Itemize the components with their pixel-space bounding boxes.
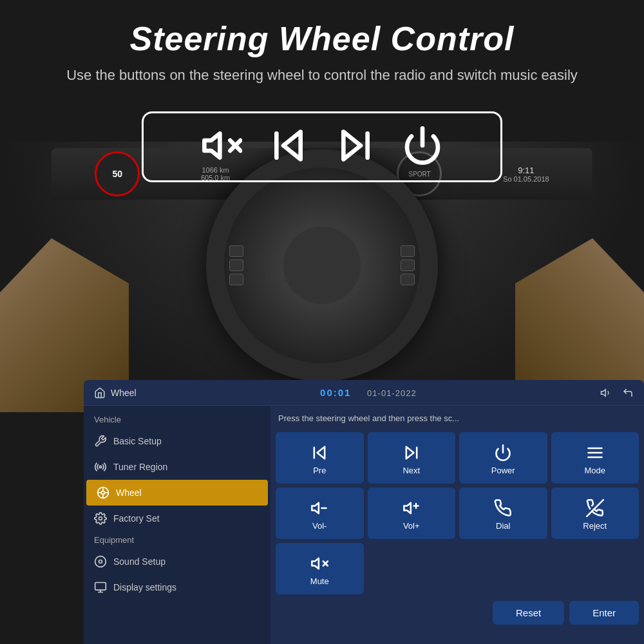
svg-point-9 bbox=[99, 466, 101, 468]
pre-button[interactable]: Pre bbox=[276, 432, 364, 484]
radio-icon bbox=[94, 460, 107, 473]
wheel-icon bbox=[97, 486, 109, 499]
svg-marker-24 bbox=[406, 446, 414, 459]
reject-label: Reject bbox=[583, 521, 607, 531]
sound-icon bbox=[94, 555, 107, 568]
back-icon[interactable] bbox=[622, 387, 634, 399]
display-icon bbox=[94, 581, 107, 594]
vol-minus-label: Vol- bbox=[312, 521, 327, 531]
vol-minus-button[interactable]: Vol- bbox=[276, 488, 364, 539]
page-subtitle: Use the buttons on the steering wheel to… bbox=[39, 66, 605, 86]
phone-off-icon bbox=[586, 499, 604, 517]
power-button[interactable]: Power bbox=[459, 432, 547, 484]
sidebar-item-sound-setup[interactable]: Sound Setup bbox=[84, 549, 270, 574]
sidebar-item-factory-set[interactable]: Factory Set bbox=[84, 506, 270, 531]
power-label: Power bbox=[491, 466, 515, 475]
volume-icon bbox=[600, 387, 612, 399]
svg-point-17 bbox=[95, 556, 106, 567]
mute-label: Mute bbox=[310, 576, 329, 586]
vol-plus-icon bbox=[402, 499, 421, 517]
next-button[interactable]: Next bbox=[368, 432, 456, 484]
panel-section-label: Wheel bbox=[111, 388, 137, 398]
sidebar-item-wheel[interactable]: Wheel bbox=[86, 480, 268, 506]
svg-marker-32 bbox=[404, 502, 411, 513]
svg-marker-3 bbox=[283, 131, 301, 159]
vol-plus-button[interactable]: Vol+ bbox=[368, 488, 456, 539]
next-track-icon bbox=[335, 125, 376, 169]
svg-marker-8 bbox=[601, 389, 605, 396]
dial-label: Dial bbox=[496, 521, 510, 531]
prev-track-icon bbox=[268, 125, 309, 169]
svg-rect-19 bbox=[95, 583, 106, 591]
mode-label: Mode bbox=[584, 466, 605, 475]
control-icons-row bbox=[142, 111, 502, 182]
button-grid-row2: Vol- Vol+ Dial bbox=[276, 488, 639, 539]
panel-header: Wheel 00:01 01-01-2022 bbox=[84, 380, 644, 406]
factory-set-label: Factory Set bbox=[113, 513, 160, 524]
page-title: Steering Wheel Control bbox=[39, 19, 605, 58]
mute-button[interactable]: Mute bbox=[276, 543, 364, 594]
mute-icon bbox=[201, 125, 242, 169]
svg-marker-36 bbox=[312, 558, 319, 568]
svg-marker-30 bbox=[312, 502, 319, 513]
sidebar-item-display-settings[interactable]: Display settings bbox=[84, 574, 270, 600]
dial-button[interactable]: Dial bbox=[459, 488, 547, 539]
next-label: Next bbox=[402, 466, 420, 475]
sidebar-item-basic-setup[interactable]: Basic Setup bbox=[84, 428, 270, 454]
content-area: Press the steering wheel and then press … bbox=[270, 406, 644, 644]
bottom-actions: Reset Enter bbox=[276, 598, 639, 627]
home-icon bbox=[94, 387, 106, 399]
reset-button[interactable]: Reset bbox=[493, 601, 564, 625]
prompt-text: Press the steering wheel and then press … bbox=[276, 411, 639, 428]
tuner-region-label: Tuner Region bbox=[113, 462, 167, 472]
sidebar: Vehicle Basic Setup Tuner Region bbox=[84, 406, 270, 644]
panel-date: 01-01-2022 bbox=[367, 388, 417, 398]
vol-minus-icon bbox=[310, 499, 328, 517]
wheel-label: Wheel bbox=[116, 488, 142, 498]
mode-button[interactable]: Mode bbox=[551, 432, 639, 484]
pre-label: Pre bbox=[313, 466, 326, 475]
skip-forward-icon bbox=[402, 444, 421, 462]
ui-panel: Wheel 00:01 01-01-2022 Vehicle bbox=[84, 380, 644, 644]
svg-point-16 bbox=[99, 517, 102, 520]
sidebar-item-tuner-region[interactable]: Tuner Region bbox=[84, 454, 270, 480]
sound-setup-label: Sound Setup bbox=[113, 556, 166, 567]
vehicle-label: Vehicle bbox=[84, 411, 270, 428]
menu-icon bbox=[586, 444, 604, 462]
svg-marker-5 bbox=[343, 131, 361, 159]
wrench-icon bbox=[94, 435, 107, 448]
panel-time: 00:01 bbox=[320, 387, 351, 398]
svg-marker-0 bbox=[204, 133, 220, 157]
svg-point-18 bbox=[99, 560, 102, 564]
display-settings-label: Display settings bbox=[113, 582, 176, 592]
equipment-label: Equipment bbox=[84, 531, 270, 549]
button-grid-row1: Pre Next Power bbox=[276, 432, 639, 484]
vol-plus-label: Vol+ bbox=[403, 521, 420, 531]
gear-icon bbox=[94, 512, 107, 525]
mute-btn-icon bbox=[310, 554, 328, 573]
skip-back-icon bbox=[310, 444, 328, 462]
power-icon bbox=[402, 125, 443, 169]
enter-button[interactable]: Enter bbox=[569, 601, 639, 625]
header-section: Steering Wheel Control Use the buttons o… bbox=[0, 0, 644, 99]
basic-setup-label: Basic Setup bbox=[113, 436, 162, 446]
panel-body: Vehicle Basic Setup Tuner Region bbox=[84, 406, 644, 644]
svg-marker-22 bbox=[317, 446, 325, 459]
reject-button[interactable]: Reject bbox=[551, 488, 639, 539]
power-btn-icon bbox=[494, 444, 512, 462]
phone-icon bbox=[494, 499, 512, 517]
